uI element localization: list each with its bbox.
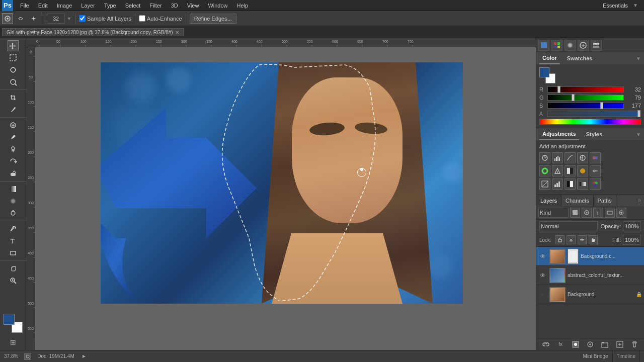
timeline-tab[interactable]: Timeline bbox=[613, 350, 640, 363]
doc-close-button[interactable]: ✕ bbox=[175, 30, 179, 35]
quick-selection-tool-btn[interactable] bbox=[15, 13, 26, 24]
layer-item-1[interactable]: 👁 abstract_colorful_textur... bbox=[536, 266, 644, 285]
styles-panel-icon[interactable] bbox=[565, 40, 576, 51]
green-slider[interactable] bbox=[547, 95, 624, 101]
menu-layer[interactable]: Layer bbox=[77, 2, 99, 10]
menu-window[interactable]: Window bbox=[204, 2, 231, 10]
lock-image-btn[interactable] bbox=[567, 235, 576, 244]
adj-bw-icon[interactable] bbox=[565, 165, 576, 176]
menu-filter[interactable]: Filter bbox=[145, 2, 166, 10]
adjustment-layer-btn[interactable] bbox=[582, 208, 592, 218]
text-layer-btn[interactable]: T bbox=[593, 208, 603, 218]
pen-tool[interactable] bbox=[8, 223, 19, 234]
document-tab[interactable]: Girl-with-pretty-Face-1920x1200.jpg @ 37… bbox=[2, 28, 184, 36]
adj-vibrance-icon[interactable] bbox=[590, 152, 601, 163]
canvas-image[interactable] bbox=[101, 62, 463, 304]
layer-mask-btn[interactable] bbox=[571, 339, 581, 349]
fill-input[interactable] bbox=[623, 235, 641, 245]
tab-color[interactable]: Color bbox=[539, 52, 560, 64]
red-thumb[interactable] bbox=[557, 86, 560, 93]
crop-tool[interactable] bbox=[8, 92, 19, 103]
tab-channels[interactable]: Channels bbox=[561, 195, 593, 206]
menu-image[interactable]: Image bbox=[53, 2, 76, 10]
screen-mode-tool[interactable]: ⊞ bbox=[8, 337, 19, 348]
layer-visibility-1[interactable]: 👁 bbox=[538, 271, 547, 280]
eraser-tool[interactable] bbox=[8, 168, 19, 179]
opacity-input[interactable] bbox=[623, 221, 641, 231]
spectrum-bar[interactable] bbox=[539, 119, 641, 125]
adj-photo-filter-icon[interactable] bbox=[577, 165, 588, 176]
play-btn[interactable] bbox=[80, 353, 88, 360]
blend-mode-select[interactable]: Normal bbox=[539, 221, 598, 231]
sample-all-layers-checkbox[interactable] bbox=[79, 15, 86, 22]
fg-bg-color[interactable] bbox=[4, 314, 23, 333]
lasso-tool[interactable] bbox=[8, 64, 19, 75]
menu-select[interactable]: Select bbox=[121, 2, 145, 10]
clone-stamp-tool[interactable] bbox=[8, 144, 19, 155]
adj-gradient-map-icon[interactable] bbox=[577, 178, 588, 190]
blue-slider[interactable] bbox=[547, 103, 624, 109]
lock-all-btn[interactable] bbox=[589, 235, 598, 244]
adj-colorbalance-icon[interactable] bbox=[552, 165, 563, 176]
adj-panel-collapse[interactable]: ▼ bbox=[636, 132, 641, 137]
select-tool[interactable] bbox=[8, 52, 19, 63]
blur-tool[interactable] bbox=[8, 196, 19, 207]
delete-layer-btn[interactable] bbox=[629, 339, 639, 349]
color-panel-collapse[interactable]: ▼ bbox=[636, 56, 641, 61]
menu-type[interactable]: Type bbox=[100, 2, 120, 10]
canvas-content[interactable] bbox=[35, 47, 536, 350]
menu-help[interactable]: Help bbox=[233, 2, 253, 10]
text-tool[interactable]: T bbox=[8, 235, 19, 246]
layer-visibility-0[interactable]: 👁 bbox=[538, 252, 547, 261]
smart-object-btn[interactable] bbox=[616, 208, 626, 218]
move-tool[interactable] bbox=[8, 40, 19, 51]
adj-hue-icon[interactable] bbox=[539, 165, 550, 176]
layer-visibility-2[interactable]: 👁 bbox=[538, 290, 547, 299]
refine-edges-button[interactable]: Refine Edges... bbox=[190, 14, 236, 24]
layers-panel-icon[interactable] bbox=[591, 40, 602, 51]
adj-exposure-icon[interactable] bbox=[577, 152, 588, 163]
adj-brightness-icon[interactable] bbox=[539, 152, 550, 163]
adjustments-panel-icon[interactable] bbox=[578, 40, 589, 51]
quick-select-tool-left[interactable] bbox=[8, 76, 19, 87]
zoom-status-btn[interactable] bbox=[24, 353, 31, 360]
menu-3d[interactable]: 3D bbox=[167, 2, 182, 10]
adj-invert-icon[interactable] bbox=[539, 178, 550, 190]
green-thumb[interactable] bbox=[572, 94, 575, 101]
brush-tool-btn[interactable] bbox=[2, 13, 13, 24]
layer-item-0[interactable]: 👁 Background c... bbox=[536, 247, 644, 266]
sample-all-layers-label[interactable]: Sample All Layers bbox=[79, 15, 131, 22]
layer-mask-thumb-0[interactable] bbox=[568, 249, 579, 264]
layer-link-btn[interactable] bbox=[541, 339, 551, 349]
magic-wand-tool-btn[interactable] bbox=[28, 13, 39, 24]
tab-adjustments[interactable]: Adjustments bbox=[539, 128, 579, 140]
menu-view[interactable]: View bbox=[183, 2, 203, 10]
hand-tool[interactable] bbox=[8, 263, 19, 274]
layer-kind-select[interactable]: Kind bbox=[538, 208, 569, 218]
gradient-tool[interactable] bbox=[8, 184, 19, 195]
fg-color-swatch[interactable] bbox=[4, 314, 15, 325]
menu-edit[interactable]: Edit bbox=[34, 2, 52, 10]
healing-brush-tool[interactable] bbox=[8, 120, 19, 131]
alpha-thumb[interactable] bbox=[637, 110, 640, 117]
adj-levels-icon[interactable] bbox=[552, 152, 563, 163]
layer-fx-btn[interactable]: fx bbox=[555, 339, 566, 349]
brush-tool-left[interactable] bbox=[8, 132, 19, 143]
tab-layers[interactable]: Layers bbox=[536, 195, 561, 206]
eyedropper-tool[interactable] bbox=[8, 104, 19, 115]
auto-enhance-checkbox[interactable] bbox=[139, 15, 145, 22]
tab-paths[interactable]: Paths bbox=[594, 195, 616, 206]
alpha-slider[interactable] bbox=[547, 111, 641, 117]
swatches-panel-icon[interactable] bbox=[551, 40, 562, 51]
lock-position-btn[interactable] bbox=[578, 235, 587, 244]
mini-bridge-tab[interactable]: Mini Bridge bbox=[579, 350, 613, 363]
adj-threshold-icon[interactable] bbox=[565, 178, 576, 190]
history-brush-tool[interactable] bbox=[8, 156, 19, 167]
adj-posterize-icon[interactable] bbox=[552, 178, 563, 190]
adj-selective-color-icon[interactable] bbox=[590, 178, 601, 190]
color-panel-icon[interactable] bbox=[538, 40, 549, 51]
fg-swatch[interactable] bbox=[539, 67, 549, 77]
shape-tool[interactable] bbox=[8, 247, 19, 258]
menu-file[interactable]: File bbox=[16, 2, 33, 10]
layers-panel-menu[interactable]: ≡ bbox=[635, 195, 644, 206]
